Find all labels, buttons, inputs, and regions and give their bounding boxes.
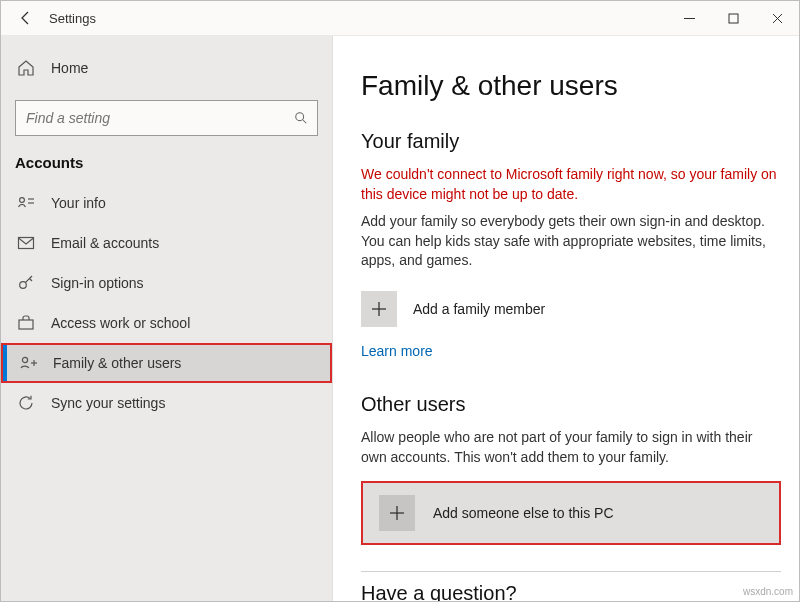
- close-button[interactable]: [755, 1, 799, 35]
- svg-point-4: [296, 113, 304, 121]
- window-title: Settings: [49, 11, 96, 26]
- nav-email-accounts[interactable]: Email & accounts: [1, 223, 332, 263]
- home-nav[interactable]: Home: [1, 48, 332, 88]
- nav-label: Your info: [51, 195, 106, 211]
- family-error-text: We couldn't connect to Microsoft family …: [361, 165, 781, 204]
- nav-label: Family & other users: [53, 355, 181, 371]
- svg-rect-13: [19, 320, 33, 329]
- your-family-heading: Your family: [361, 130, 781, 153]
- svg-line-12: [30, 279, 33, 282]
- home-label: Home: [51, 60, 88, 76]
- minimize-button[interactable]: [667, 1, 711, 35]
- family-description: Add your family so everybody gets their …: [361, 212, 781, 271]
- titlebar: Settings: [1, 1, 799, 36]
- search-input[interactable]: [24, 109, 293, 127]
- home-icon: [17, 59, 35, 77]
- plus-icon: [379, 495, 415, 531]
- add-other-label: Add someone else to this PC: [433, 505, 614, 521]
- svg-rect-1: [729, 14, 738, 23]
- people-icon: [19, 354, 37, 372]
- divider: [361, 571, 781, 572]
- svg-point-14: [22, 357, 27, 362]
- nav-label: Email & accounts: [51, 235, 159, 251]
- svg-line-5: [303, 120, 307, 124]
- key-icon: [17, 274, 35, 292]
- plus-icon: [361, 291, 397, 327]
- person-card-icon: [17, 194, 35, 212]
- page-title: Family & other users: [361, 70, 781, 102]
- nav-family-other-users[interactable]: Family & other users: [1, 343, 332, 383]
- search-icon: [293, 110, 309, 126]
- window-controls: [667, 1, 799, 35]
- section-heading: Accounts: [1, 148, 332, 183]
- add-family-member-button[interactable]: Add a family member: [361, 285, 781, 333]
- add-someone-else-button[interactable]: Add someone else to this PC: [361, 481, 781, 545]
- have-question-heading: Have a question?: [361, 582, 781, 601]
- main-content: Family & other users Your family We coul…: [333, 36, 799, 601]
- back-button[interactable]: [9, 1, 43, 35]
- maximize-button[interactable]: [711, 1, 755, 35]
- learn-more-link[interactable]: Learn more: [361, 343, 433, 359]
- svg-point-6: [20, 198, 25, 203]
- briefcase-icon: [17, 314, 35, 332]
- watermark: wsxdn.com: [743, 586, 793, 597]
- nav-label: Sync your settings: [51, 395, 165, 411]
- other-users-description: Allow people who are not part of your fa…: [361, 428, 781, 467]
- other-users-heading: Other users: [361, 393, 781, 416]
- search-box[interactable]: [15, 100, 318, 136]
- nav-signin-options[interactable]: Sign-in options: [1, 263, 332, 303]
- nav-label: Access work or school: [51, 315, 190, 331]
- nav-your-info[interactable]: Your info: [1, 183, 332, 223]
- sidebar: Home Accounts Your info Email & acco: [1, 36, 333, 601]
- nav-label: Sign-in options: [51, 275, 144, 291]
- nav-sync-settings[interactable]: Sync your settings: [1, 383, 332, 423]
- mail-icon: [17, 234, 35, 252]
- sync-icon: [17, 394, 35, 412]
- nav-access-work-school[interactable]: Access work or school: [1, 303, 332, 343]
- add-family-label: Add a family member: [413, 301, 545, 317]
